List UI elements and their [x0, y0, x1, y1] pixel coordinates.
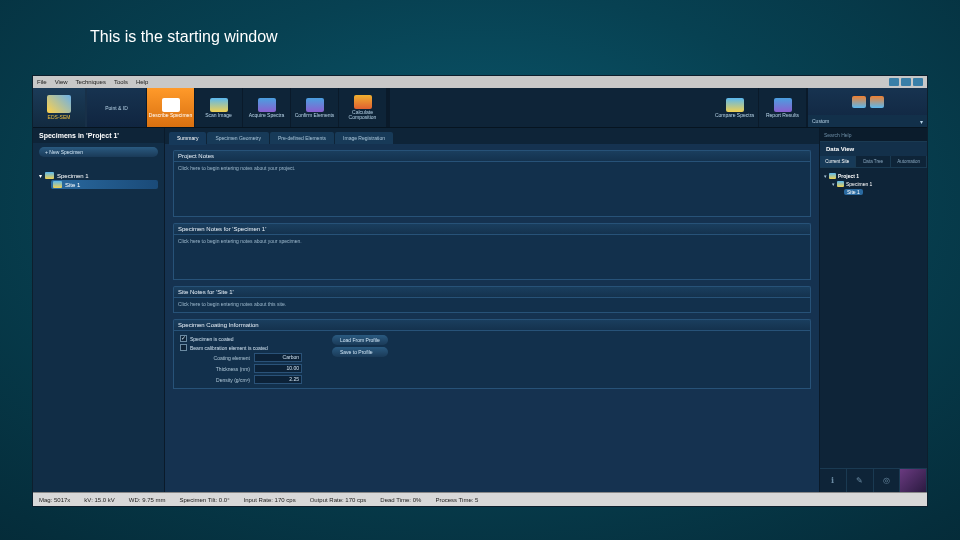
menu-help[interactable]: Help — [136, 79, 148, 85]
navigation-panel: EDS-SEM Point & ID Describe Specimen Sca… — [33, 88, 927, 128]
support-tab-current[interactable]: Current Site — [820, 156, 856, 167]
folder-icon — [829, 173, 836, 179]
coating-element-select[interactable]: Carbon — [254, 353, 302, 362]
nav-logo[interactable]: EDS-SEM — [33, 88, 87, 127]
beam-checkbox[interactable]: Beam calibration element is coated — [180, 344, 302, 351]
tree-specimen-label: Specimen 1 — [57, 173, 89, 179]
status-tilt: Specimen Tilt: 0.0° — [180, 497, 230, 503]
tab-summary[interactable]: Summary — [169, 132, 206, 145]
menu-file[interactable]: File — [37, 79, 47, 85]
specimen-notes-textarea[interactable]: Click here to begin entering notes about… — [173, 234, 811, 280]
density-input[interactable]: 2.25 — [254, 375, 302, 384]
compare-icon — [726, 98, 744, 112]
site-notes-section: Site Notes for 'Site 1' Click here to be… — [173, 286, 811, 313]
confirm-icon — [306, 98, 324, 112]
coated-checkbox[interactable]: Specimen is coated — [180, 335, 302, 342]
nav-report[interactable]: Report Results — [759, 88, 807, 127]
chevron-down-icon[interactable]: ▾ — [920, 118, 923, 125]
status-mag: Mag: 5017x — [39, 497, 70, 503]
specimen-notes-section: Specimen Notes for 'Specimen 1' Click he… — [173, 223, 811, 280]
menu-view[interactable]: View — [55, 79, 68, 85]
load-profile-button[interactable]: Load From Profile — [332, 335, 388, 345]
support-panel: Search Help Data View Current Site Data … — [819, 128, 927, 492]
footer-info-icon[interactable]: ℹ — [820, 469, 847, 492]
tab-predefined[interactable]: Pre-defined Elements — [270, 132, 334, 144]
sidebar-left: Specimens in 'Project 1' + New Specimen … — [33, 128, 165, 492]
coated-label: Specimen is coated — [190, 336, 234, 342]
nav-step-1-label: Describe Specimen — [149, 113, 192, 118]
dt-specimen-row[interactable]: ▾ Specimen 1 — [832, 180, 923, 188]
nav-custom[interactable]: Custom ▾ — [808, 88, 927, 127]
support-tab-tree[interactable]: Data Tree — [856, 156, 892, 167]
site-notes-title: Site Notes for 'Site 1' — [173, 286, 811, 297]
thickness-label: Thickness (nm) — [180, 366, 250, 372]
coating-title: Specimen Coating Information — [173, 319, 811, 330]
nav-step-acquire[interactable]: Acquire Spectra — [243, 88, 291, 127]
tree-site-label: Site 1 — [65, 182, 80, 188]
tree-site-row[interactable]: Site 1 — [51, 180, 158, 189]
support-footer: ℹ ✎ ◎ — [820, 468, 927, 492]
nav-step-4-label: Confirm Elements — [295, 113, 335, 118]
expand-icon[interactable]: ▾ — [39, 172, 42, 179]
density-label: Density (g/cm³) — [180, 377, 250, 383]
scan-icon — [210, 98, 228, 112]
menu-bar: File View Techniques Tools Help — [33, 76, 927, 88]
expand-icon[interactable]: ▾ — [832, 181, 835, 187]
support-tab-auto[interactable]: Automation — [891, 156, 927, 167]
thickness-input[interactable]: 10.00 — [254, 364, 302, 373]
main-panel: Summary Specimen Geometry Pre-defined El… — [165, 128, 819, 492]
status-output: Output Rate: 170 cps — [310, 497, 367, 503]
nav-report-label: Report Results — [766, 113, 799, 118]
menu-tools[interactable]: Tools — [114, 79, 128, 85]
dt-project-label: Project 1 — [838, 173, 859, 179]
maximize-icon[interactable] — [901, 78, 911, 86]
nav-step-calculate[interactable]: Calculate Composition — [339, 88, 387, 127]
prev-step-icon[interactable] — [852, 96, 866, 108]
search-help-input[interactable]: Search Help — [820, 128, 927, 142]
footer-tool-icon[interactable]: ✎ — [847, 469, 874, 492]
specimen-tree: ▾ Specimen 1 Site 1 — [33, 161, 164, 191]
site-notes-textarea[interactable]: Click here to begin entering notes about… — [173, 297, 811, 313]
specimen-icon — [837, 181, 844, 187]
dt-project-row[interactable]: ▾ Project 1 — [824, 172, 923, 180]
footer-target-icon[interactable]: ◎ — [874, 469, 901, 492]
nav-step-group: Describe Specimen Scan Image Acquire Spe… — [147, 88, 387, 127]
main-tabs: Summary Specimen Geometry Pre-defined El… — [165, 128, 819, 144]
expand-icon[interactable]: ▾ — [824, 173, 827, 179]
app-logo-label: EDS-SEM — [48, 114, 71, 120]
slide-title: This is the starting window — [90, 28, 278, 46]
nav-step-confirm[interactable]: Confirm Elements — [291, 88, 339, 127]
minimize-icon[interactable] — [889, 78, 899, 86]
tree-specimen-row[interactable]: ▾ Specimen 1 — [39, 171, 158, 180]
status-wd: WD: 9.75 mm — [129, 497, 166, 503]
calculate-icon — [354, 95, 372, 109]
nav-step-scan[interactable]: Scan Image — [195, 88, 243, 127]
project-notes-textarea[interactable]: Click here to begin entering notes about… — [173, 161, 811, 217]
nav-compare-label: Compare Spectra — [715, 113, 754, 118]
nav-right-group: Compare Spectra Report Results — [711, 88, 807, 127]
dt-specimen-label: Specimen 1 — [846, 181, 872, 187]
data-tree: ▾ Project 1 ▾ Specimen 1 Site 1 — [820, 168, 927, 200]
nav-compare[interactable]: Compare Spectra — [711, 88, 759, 127]
dt-site-row[interactable]: Site 1 — [844, 188, 923, 196]
menu-techniques[interactable]: Techniques — [76, 79, 106, 85]
coating-element-label: Coating element — [180, 355, 250, 361]
save-profile-button[interactable]: Save to Profile — [332, 347, 388, 357]
dt-site-label: Site 1 — [844, 189, 863, 195]
coating-section: Specimen Coating Information Specimen is… — [173, 319, 811, 389]
window-controls — [889, 78, 923, 86]
next-step-icon[interactable] — [870, 96, 884, 108]
specimen-notes-title: Specimen Notes for 'Specimen 1' — [173, 223, 811, 234]
footer-thumbnail[interactable] — [900, 469, 927, 492]
status-kv: kV: 15.0 kV — [84, 497, 114, 503]
new-specimen-button[interactable]: + New Specimen — [39, 147, 158, 157]
sidebar-left-header: Specimens in 'Project 1' — [33, 128, 164, 143]
nav-point-id[interactable]: Point & ID — [87, 88, 147, 127]
nav-step-describe[interactable]: Describe Specimen — [147, 88, 195, 127]
app-logo-icon — [47, 95, 71, 113]
close-icon[interactable] — [913, 78, 923, 86]
app-window: File View Techniques Tools Help EDS-SEM … — [32, 75, 928, 507]
tab-geometry[interactable]: Specimen Geometry — [207, 132, 269, 144]
tab-registration[interactable]: Image Registration — [335, 132, 393, 144]
nav-step-3-label: Acquire Spectra — [249, 113, 285, 118]
